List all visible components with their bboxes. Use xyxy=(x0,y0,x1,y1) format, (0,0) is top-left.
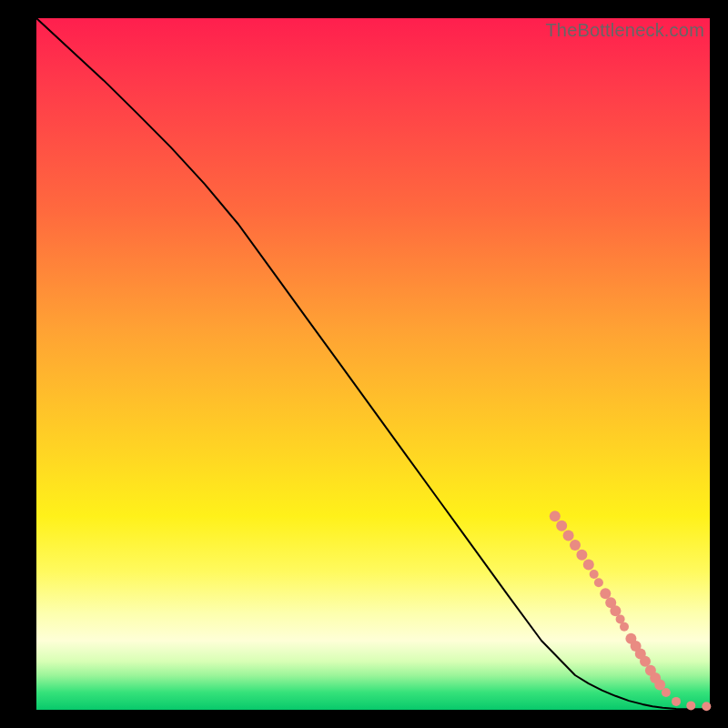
marker-dot xyxy=(662,688,671,697)
marker-dot xyxy=(576,550,587,561)
marker-dot xyxy=(590,570,599,579)
marker-dot xyxy=(610,605,621,616)
chart-overlay xyxy=(36,18,710,710)
marker-dot xyxy=(594,578,603,587)
marker-dot xyxy=(570,540,581,551)
marker-dot xyxy=(702,702,711,711)
marker-dot xyxy=(583,559,594,570)
marker-dot xyxy=(550,511,561,521)
marker-dot xyxy=(620,622,629,632)
marker-dot xyxy=(563,531,574,541)
marker-dot xyxy=(672,697,681,706)
plot-area: TheBottleneck.com xyxy=(36,18,710,710)
chart-frame: TheBottleneck.com xyxy=(0,0,728,728)
marker-dot xyxy=(686,701,695,710)
marker-dot xyxy=(556,521,567,531)
marker-dots xyxy=(550,511,712,711)
